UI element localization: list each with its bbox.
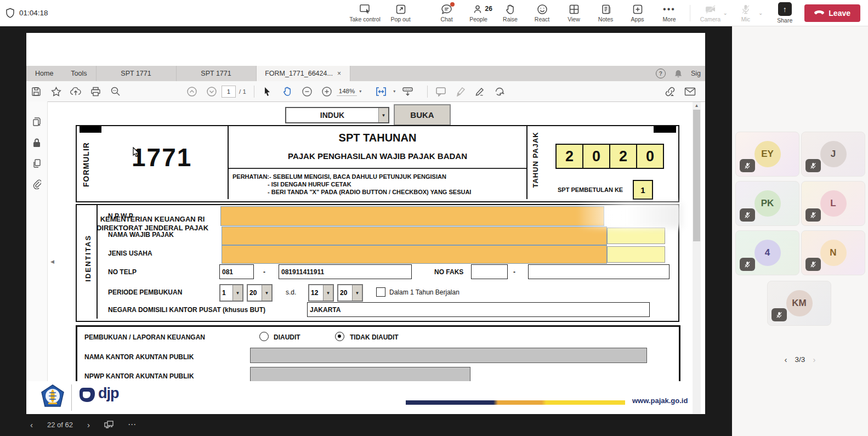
mic-options-chevron[interactable]: ⌄ bbox=[758, 10, 763, 16]
previous-page-button[interactable] bbox=[182, 83, 202, 100]
jenis-code-box[interactable] bbox=[607, 246, 665, 263]
copy-pages-icon[interactable] bbox=[26, 153, 47, 174]
bell-icon[interactable] bbox=[674, 70, 682, 78]
export-pdf-icon[interactable] bbox=[26, 111, 47, 132]
open-sheet-button[interactable]: BUKA bbox=[394, 104, 451, 126]
participant-tile[interactable]: N bbox=[801, 230, 865, 275]
search-button[interactable] bbox=[105, 83, 125, 100]
camera-options-chevron[interactable]: ⌄ bbox=[723, 10, 728, 16]
negara-domisili-field[interactable]: JAKARTA bbox=[307, 302, 650, 317]
leave-button[interactable]: Leave bbox=[804, 4, 860, 22]
sign-in-link[interactable]: Sig bbox=[691, 70, 701, 77]
pdf-scrollbar[interactable]: ▲ bbox=[693, 102, 701, 414]
form-footer: djp www.pajak.go.id bbox=[26, 381, 705, 414]
periode-to-month-select[interactable]: 12▼ bbox=[308, 284, 334, 302]
shield-icon bbox=[5, 8, 15, 18]
periode-from-month-select[interactable]: 1▼ bbox=[219, 284, 243, 302]
reading-mode-button[interactable] bbox=[398, 83, 417, 100]
pop-out-button[interactable]: Pop out bbox=[385, 4, 417, 22]
kap-npwp-field[interactable] bbox=[250, 367, 470, 382]
participant-tile[interactable]: J bbox=[801, 132, 865, 177]
pager-next-chevron[interactable]: › bbox=[813, 355, 815, 364]
participant-tile[interactable]: 4 bbox=[735, 230, 799, 275]
zoom-level-value[interactable]: 148% bbox=[337, 87, 357, 96]
tab-home[interactable]: Home bbox=[26, 66, 62, 81]
share-button[interactable]: ↑ Share bbox=[770, 2, 799, 24]
periode-from-year-select[interactable]: 20▼ bbox=[247, 284, 273, 302]
chat-notification-dot bbox=[450, 2, 455, 7]
tab-spt-1771-a[interactable]: SPT 1771 bbox=[96, 66, 176, 81]
mic-button[interactable]: Mic bbox=[730, 4, 762, 22]
year-digit: 0 bbox=[636, 144, 664, 169]
prev-slide-chevron[interactable]: ‹ bbox=[30, 420, 33, 429]
more-tools-button[interactable] bbox=[490, 83, 510, 100]
highlight-tool-button[interactable] bbox=[451, 83, 470, 100]
email-button[interactable] bbox=[680, 83, 700, 100]
select-tool-button[interactable] bbox=[258, 83, 277, 100]
diaudit-radio[interactable] bbox=[259, 332, 269, 341]
tahun-berjalan-checkbox[interactable] bbox=[376, 287, 385, 297]
kap-nama-field[interactable] bbox=[250, 348, 647, 363]
participant-tile[interactable]: PK bbox=[735, 181, 799, 226]
cloud-upload-button[interactable] bbox=[66, 83, 86, 100]
faks-prefix-field[interactable] bbox=[471, 264, 508, 279]
npwp-field[interactable] bbox=[220, 206, 604, 226]
view-button[interactable]: View bbox=[558, 4, 590, 22]
sheet-selector-chevron[interactable]: ▼ bbox=[378, 108, 388, 122]
telp-number-field[interactable]: 081911411911 bbox=[279, 264, 412, 279]
notice-line-3: - BERI TANDA "X" PADA (RADIO BUTTON / CH… bbox=[268, 189, 471, 195]
jenis-usaha-field[interactable] bbox=[222, 245, 607, 264]
nama-wajib-pajak-field[interactable] bbox=[222, 227, 607, 245]
zoom-in-button[interactable] bbox=[317, 83, 337, 100]
attachment-icon[interactable] bbox=[26, 174, 47, 195]
share-link-button[interactable] bbox=[660, 83, 680, 100]
tab-spt-1771-b[interactable]: SPT 1771 bbox=[176, 66, 256, 81]
fit-dropdown-chevron[interactable]: ▾ bbox=[393, 89, 395, 94]
panel-collapse-arrow[interactable]: ◀ bbox=[50, 259, 54, 264]
page-number-input[interactable]: 1 bbox=[222, 86, 236, 98]
telp-dash: - bbox=[263, 268, 265, 276]
tab-form-1771-active[interactable]: FORM_1771_66424... × bbox=[256, 66, 350, 81]
print-button[interactable] bbox=[86, 83, 105, 100]
people-button[interactable]: 26 People bbox=[463, 4, 495, 22]
star-button[interactable] bbox=[46, 83, 66, 100]
help-icon[interactable]: ? bbox=[656, 69, 666, 78]
tab-close-icon[interactable]: × bbox=[337, 70, 341, 77]
next-slide-chevron[interactable]: › bbox=[87, 420, 90, 429]
grid-view-icon[interactable] bbox=[104, 421, 114, 429]
periode-to-year-select[interactable]: 20▼ bbox=[337, 284, 363, 302]
fit-width-button[interactable] bbox=[371, 83, 391, 100]
participant-tile[interactable]: EY bbox=[735, 132, 799, 177]
scroll-up-arrow[interactable]: ▲ bbox=[693, 102, 701, 109]
comment-tool-button[interactable] bbox=[431, 83, 451, 100]
faks-number-field[interactable] bbox=[528, 264, 670, 279]
zoom-dropdown-chevron[interactable]: ▾ bbox=[359, 89, 361, 94]
djp-logo-text: djp bbox=[98, 385, 119, 402]
raise-hand-button[interactable]: Raise bbox=[495, 4, 526, 22]
more-button[interactable]: ••• More bbox=[654, 4, 685, 22]
next-page-button[interactable] bbox=[202, 83, 222, 100]
hand-tool-button[interactable] bbox=[277, 83, 297, 100]
fill-sign-tool-button[interactable] bbox=[470, 83, 490, 100]
react-button[interactable]: React bbox=[526, 4, 558, 22]
tab-tools[interactable]: Tools bbox=[62, 66, 95, 81]
nav-more-icon[interactable]: ⋯ bbox=[128, 420, 137, 429]
lock-icon[interactable] bbox=[26, 132, 47, 153]
sheet-selector[interactable]: INDUK ▼ bbox=[285, 107, 389, 123]
participant-tile[interactable]: L bbox=[801, 181, 865, 226]
nama-code-box[interactable] bbox=[607, 228, 665, 244]
apps-button[interactable]: Apps bbox=[622, 4, 654, 22]
notes-button[interactable]: Notes bbox=[590, 4, 622, 22]
participant-tile[interactable]: KM bbox=[767, 281, 831, 326]
pdf-tab-bar: Home Tools SPT 1771 SPT 1771 FORM_1771_6… bbox=[26, 66, 705, 81]
save-button[interactable] bbox=[26, 83, 46, 100]
dropdown-chevron: ▼ bbox=[262, 285, 271, 301]
camera-button[interactable]: Camera bbox=[695, 4, 727, 22]
pager-prev-chevron[interactable]: ‹ bbox=[785, 355, 787, 364]
scrollbar-thumb[interactable] bbox=[693, 110, 700, 241]
chat-button[interactable]: Chat bbox=[431, 4, 463, 22]
telp-prefix-field[interactable]: 081 bbox=[219, 264, 254, 279]
take-control-button[interactable]: Take control bbox=[345, 4, 385, 22]
tidak-diaudit-radio[interactable] bbox=[335, 332, 344, 341]
zoom-out-button[interactable] bbox=[297, 83, 317, 100]
